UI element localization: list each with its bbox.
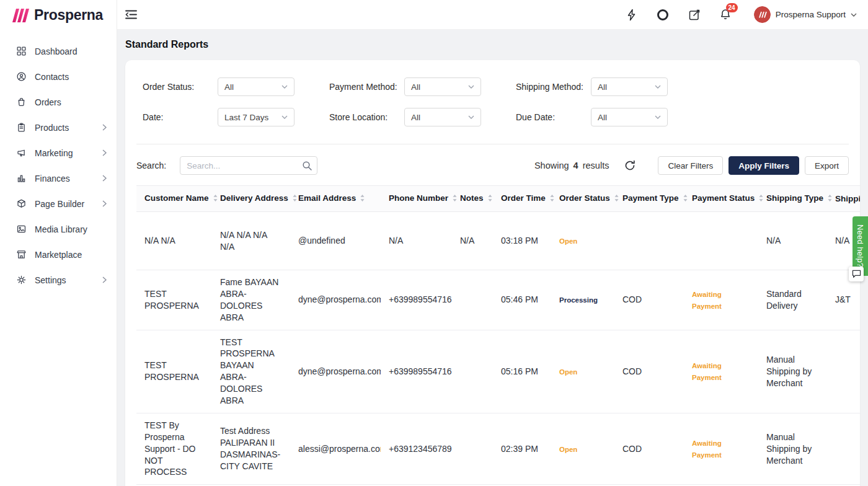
sort-icon (758, 195, 764, 204)
apply-filters-button[interactable]: Apply Filters (728, 156, 799, 175)
column-header-delivery-address[interactable]: Delivery Address (212, 186, 290, 212)
notifications-button[interactable]: 24 (719, 8, 732, 21)
help-tab-label: Need help? (856, 224, 865, 268)
chevron-down-icon (851, 13, 857, 17)
column-header-email-address[interactable]: Email Address (290, 186, 381, 212)
cell-order-status: Open (551, 413, 614, 484)
sidebar-item-orders[interactable]: Orders (0, 89, 117, 115)
page-title: Standard Reports (125, 39, 860, 50)
chat-launcher-button[interactable] (849, 267, 864, 281)
filter-date: Date: Last 7 Days (143, 108, 329, 126)
clear-filters-button[interactable]: Clear Filters (658, 156, 723, 175)
column-header-payment-status[interactable]: Payment Status (684, 186, 758, 212)
order-status-select[interactable]: All (218, 77, 294, 96)
flash-button[interactable] (626, 9, 637, 21)
sidebar-item-contacts[interactable]: Contacts (0, 64, 117, 89)
filter-payment-method: Payment Method: All (329, 77, 516, 96)
marketing-icon (16, 148, 27, 158)
export-button[interactable]: Export (805, 156, 849, 175)
sort-icon (487, 195, 493, 204)
filter-label: Order Status: (143, 82, 218, 92)
sidebar-item-dashboard[interactable]: Dashboard (0, 38, 117, 64)
sidebar-item-label: Dashboard (35, 46, 78, 56)
sidebar-item-settings[interactable]: Settings (0, 267, 117, 293)
cell-order-status: Open (551, 212, 614, 270)
payment-status-badge: Awaiting Payment (692, 440, 722, 459)
cell-shipping-type: Standard Delivery (758, 270, 827, 330)
column-header-customer-name[interactable]: Customer Name (136, 186, 212, 212)
cell-shipping-type: N/A (758, 212, 827, 270)
cell-customer-name: TEST By Prosperna Support - DO NOT PROCE… (136, 413, 212, 484)
order-status-badge: Open (559, 237, 577, 245)
payment-method-select[interactable]: All (404, 77, 481, 96)
refresh-button[interactable] (624, 159, 636, 172)
table-row[interactable]: N/A N/A N/A N/A N/A N/A @undefined N/A N… (136, 212, 860, 270)
table-header-row: Customer Name Delivery Address Email Add… (136, 186, 860, 212)
column-header-notes[interactable]: Notes (452, 186, 493, 212)
sidebar-item-label: Marketplace (35, 250, 82, 260)
reports-table: Customer Name Delivery Address Email Add… (136, 185, 860, 485)
sidebar-nav: Dashboard Contacts Orders Products Marke… (0, 38, 117, 293)
column-header-phone-number[interactable]: Phone Number (381, 186, 452, 212)
user-menu[interactable]: Prosperna Support (754, 6, 857, 23)
store-location-select[interactable]: All (404, 108, 481, 126)
column-header-payment-type[interactable]: Payment Type (614, 186, 684, 212)
cell-delivery-address: N/A N/A N/A N/A (212, 212, 290, 270)
orders-icon (16, 97, 27, 107)
sidebar-item-label: Finances (35, 174, 70, 183)
table-toolbar: Search: Showing 4 results Clear Filters … (125, 144, 860, 185)
date-select[interactable]: Last 7 Days (218, 108, 294, 126)
table-row[interactable]: TEST PROSPERNA Fame BAYAAN ABRA-DOLORES … (136, 270, 860, 330)
cell-order-time: 02:39 PM (493, 413, 551, 484)
filter-label: Store Location: (329, 112, 404, 122)
sidebar-item-label: Page Builder (35, 199, 84, 209)
cell-customer-name: TEST PROSPERNA (136, 330, 212, 413)
sidebar-item-finances[interactable]: Finances (0, 166, 117, 191)
sidebar-item-page-builder[interactable]: Page Builder (0, 191, 117, 216)
cell-delivery-address: Test Address PALIPARAN II DASMARINAS-CIT… (212, 413, 290, 484)
cell-notes (452, 413, 493, 484)
select-value: All (224, 82, 234, 92)
filter-shipping-method: Shipping Method: All (516, 77, 702, 96)
chevron-right-icon (102, 124, 107, 131)
select-value: Last 7 Days (224, 113, 268, 122)
brand-logo[interactable]: Prosperna (0, 0, 117, 30)
menu-toggle-button[interactable] (125, 9, 138, 20)
chevron-down-icon (468, 85, 474, 89)
finances-icon (16, 173, 27, 183)
sidebar-item-marketing[interactable]: Marketing (0, 140, 117, 166)
search-icon[interactable] (302, 161, 312, 174)
sidebar-item-label: Products (35, 123, 69, 133)
result-number: 4 (574, 161, 578, 170)
chevron-right-icon (102, 200, 107, 207)
due-date-select[interactable]: All (591, 108, 668, 126)
cell-email: alessi@prosperna.com (290, 413, 381, 484)
shipping-method-select[interactable]: All (591, 77, 668, 96)
column-header-shipping-type[interactable]: Shipping Type (758, 186, 827, 212)
search-input[interactable] (180, 156, 317, 175)
cell-phone: +639989554716 (381, 330, 452, 413)
cell-payment-type: COD (614, 270, 684, 330)
table-row[interactable]: TEST PROSPERNA TEST PROSPERNA BAYAAN ABR… (136, 330, 860, 413)
disc-button[interactable] (656, 8, 670, 22)
cell-order-time: 03:18 PM (493, 212, 551, 270)
sidebar-item-products[interactable]: Products (0, 115, 117, 140)
sidebar-item-marketplace[interactable]: Marketplace (0, 242, 117, 267)
search-label: Search: (136, 161, 166, 170)
filter-store-location: Store Location: All (329, 108, 516, 126)
chevron-down-icon (655, 115, 661, 119)
edit-square-button[interactable] (688, 9, 701, 21)
column-header-order-time[interactable]: Order Time (493, 186, 551, 212)
payment-status-badge: Awaiting Payment (692, 291, 722, 310)
table-row[interactable]: TEST By Prosperna Support - DO NOT PROCE… (136, 413, 860, 484)
app-root: Prosperna Dashboard Contacts Orders Prod… (0, 0, 868, 486)
order-status-badge: Open (559, 446, 577, 453)
topbar-actions: 24 Prosperna Support (626, 6, 857, 23)
select-value: All (411, 82, 420, 92)
sidebar-item-label: Orders (35, 97, 61, 107)
cell-payment-type: COD (614, 330, 684, 413)
sidebar-item-media-library[interactable]: Media Library (0, 216, 117, 242)
filters-panel: Order Status: All Payment Method: All (125, 60, 860, 144)
column-header-order-status[interactable]: Order Status (551, 186, 614, 212)
user-avatar (754, 6, 771, 23)
